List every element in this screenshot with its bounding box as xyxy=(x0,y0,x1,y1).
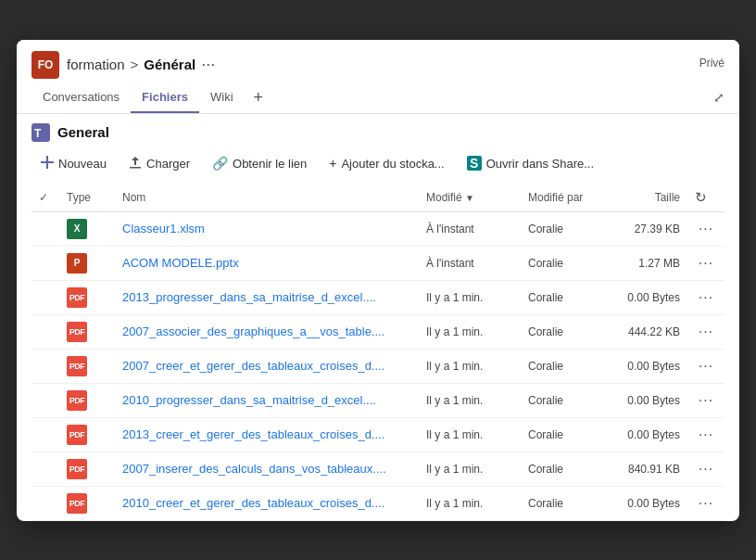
table-row: PDF2013_progresser_dans_sa_maitrise_d_ex… xyxy=(32,280,724,314)
table-row: PDF2007_creer_et_gerer_des_tableaux_croi… xyxy=(32,349,724,383)
ouvrir-sharepoint-button[interactable]: S Ouvrir dans Share... xyxy=(458,151,603,175)
breadcrumb-team: formation xyxy=(67,57,125,72)
team-badge: FO xyxy=(32,51,59,79)
row-checkbox[interactable] xyxy=(32,417,59,452)
excel-icon: X xyxy=(67,219,87,239)
col-modifie-par[interactable]: Modifié par xyxy=(521,184,604,212)
charger-button[interactable]: Charger xyxy=(120,151,199,176)
row-name[interactable]: ACOM MODELE.pptx xyxy=(115,246,419,280)
col-taille[interactable]: Taille xyxy=(604,184,687,212)
row-type-icon: PDF xyxy=(59,349,115,383)
pdf-icon: PDF xyxy=(67,425,87,445)
table-row: PDF2010_progresser_dans_sa_maitrise_d_ex… xyxy=(32,383,724,417)
ajouter-stockage-button[interactable]: + Ajouter du stocka... xyxy=(320,151,453,175)
col-modifie[interactable]: Modifié ▼ xyxy=(419,184,521,212)
row-name[interactable]: 2013_progresser_dans_sa_maitrise_d_excel… xyxy=(115,280,419,314)
row-more-button[interactable]: ··· xyxy=(687,211,724,246)
refresh-icon[interactable]: ↻ xyxy=(695,189,707,205)
tab-conversations[interactable]: Conversations xyxy=(32,83,131,113)
row-checkbox[interactable] xyxy=(32,452,59,486)
row-more-button[interactable]: ··· xyxy=(687,349,724,383)
tab-fichiers[interactable]: Fichiers xyxy=(131,83,199,113)
row-name[interactable]: 2007_creer_et_gerer_des_tableaux_croises… xyxy=(115,349,419,383)
privacy-label: Privé xyxy=(699,57,724,73)
row-modified-by: Coralie xyxy=(521,280,604,314)
sharepoint-icon: S xyxy=(467,156,482,171)
row-more-button[interactable]: ··· xyxy=(687,417,724,452)
row-modified: Il y a 1 min. xyxy=(419,452,521,486)
table-header-row: ✓ Type Nom Modifié ▼ Modifié par Taille … xyxy=(32,184,724,212)
row-more-button[interactable]: ··· xyxy=(687,452,724,486)
row-size: 0.00 Bytes xyxy=(604,280,687,314)
row-modified: Il y a 1 min. xyxy=(419,280,521,314)
tab-wiki[interactable]: Wiki xyxy=(199,83,245,113)
table-row: XClasseur1.xlsmÀ l'instantCoralie27.39 K… xyxy=(32,211,724,246)
row-checkbox[interactable] xyxy=(32,486,59,520)
main-window: FO formation > Général ··· Privé Convers… xyxy=(17,40,739,521)
row-checkbox[interactable] xyxy=(32,211,59,246)
row-modified-by: Coralie xyxy=(521,486,604,520)
row-type-icon: X xyxy=(59,211,115,246)
nouveau-button[interactable]: Nouveau xyxy=(32,151,116,176)
col-refresh[interactable]: ↻ xyxy=(687,184,724,212)
teams-icon: T xyxy=(32,123,50,142)
row-size: 0.00 Bytes xyxy=(604,349,687,383)
row-more-button[interactable]: ··· xyxy=(687,486,724,520)
svg-text:T: T xyxy=(34,127,42,140)
row-type-icon: PDF xyxy=(59,452,115,486)
pdf-icon: PDF xyxy=(67,459,87,479)
row-more-button[interactable]: ··· xyxy=(687,383,724,417)
table-row: PDF2010_creer_et_gerer_des_tableaux_croi… xyxy=(32,486,724,520)
section-header: T General xyxy=(17,114,739,147)
row-size: 27.39 KB xyxy=(604,211,687,246)
table-row: PDF2007_inserer_des_calculs_dans_vos_tab… xyxy=(32,452,724,486)
row-checkbox[interactable] xyxy=(32,314,59,349)
row-name[interactable]: Classeur1.xlsm xyxy=(115,211,419,246)
row-modified: À l'instant xyxy=(419,246,521,280)
row-size: 0.00 Bytes xyxy=(604,486,687,520)
row-modified-by: Coralie xyxy=(521,349,604,383)
row-modified-by: Coralie xyxy=(521,211,604,246)
row-type-icon: PDF xyxy=(59,280,115,314)
expand-icon[interactable]: ⤢ xyxy=(713,90,724,105)
upload-icon xyxy=(129,156,142,172)
row-name[interactable]: 2007_associer_des_graphiques_a__vos_tabl… xyxy=(115,314,419,349)
row-more-button[interactable]: ··· xyxy=(687,280,724,314)
row-name[interactable]: 2013_creer_et_gerer_des_tableaux_croises… xyxy=(115,417,419,452)
breadcrumb-more-button[interactable]: ··· xyxy=(201,55,215,74)
table-row: PDF2013_creer_et_gerer_des_tableaux_croi… xyxy=(32,417,724,452)
row-more-button[interactable]: ··· xyxy=(687,246,724,280)
add-storage-icon: + xyxy=(329,156,336,171)
breadcrumb-separator: > xyxy=(131,57,139,72)
table-row: PACOM MODELE.pptxÀ l'instantCoralie1.27 … xyxy=(32,246,724,280)
row-modified-by: Coralie xyxy=(521,314,604,349)
row-size: 840.91 KB xyxy=(604,452,687,486)
row-name[interactable]: 2007_inserer_des_calculs_dans_vos_tablea… xyxy=(115,452,419,486)
pdf-icon: PDF xyxy=(67,356,87,376)
row-checkbox[interactable] xyxy=(32,383,59,417)
add-tab-button[interactable]: + xyxy=(245,83,273,113)
nouveau-icon xyxy=(41,156,54,172)
row-name[interactable]: 2010_progresser_dans_sa_maitrise_d_excel… xyxy=(115,383,419,417)
files-table-container: ✓ Type Nom Modifié ▼ Modifié par Taille … xyxy=(17,184,739,521)
tabs-bar: Conversations Fichiers Wiki + ⤢ xyxy=(17,83,739,114)
row-modified-by: Coralie xyxy=(521,383,604,417)
row-modified-by: Coralie xyxy=(521,417,604,452)
row-checkbox[interactable] xyxy=(32,246,59,280)
obtenir-lien-button[interactable]: 🔗 Obtenir le lien xyxy=(203,151,316,175)
row-modified: Il y a 1 min. xyxy=(419,383,521,417)
svg-rect-4 xyxy=(130,167,141,169)
row-size: 444.22 KB xyxy=(604,314,687,349)
row-name[interactable]: 2010_creer_et_gerer_des_tableaux_croises… xyxy=(115,486,419,520)
row-checkbox[interactable] xyxy=(32,349,59,383)
pdf-icon: PDF xyxy=(67,287,87,308)
breadcrumb: formation > Général ··· xyxy=(67,55,215,74)
row-more-button[interactable]: ··· xyxy=(687,314,724,349)
col-nom[interactable]: Nom xyxy=(115,184,419,212)
row-modified: Il y a 1 min. xyxy=(419,314,521,349)
row-checkbox[interactable] xyxy=(32,280,59,314)
pdf-icon: PDF xyxy=(67,322,87,342)
row-type-icon: PDF xyxy=(59,314,115,349)
row-type-icon: P xyxy=(59,246,115,280)
section-title: General xyxy=(57,124,109,140)
